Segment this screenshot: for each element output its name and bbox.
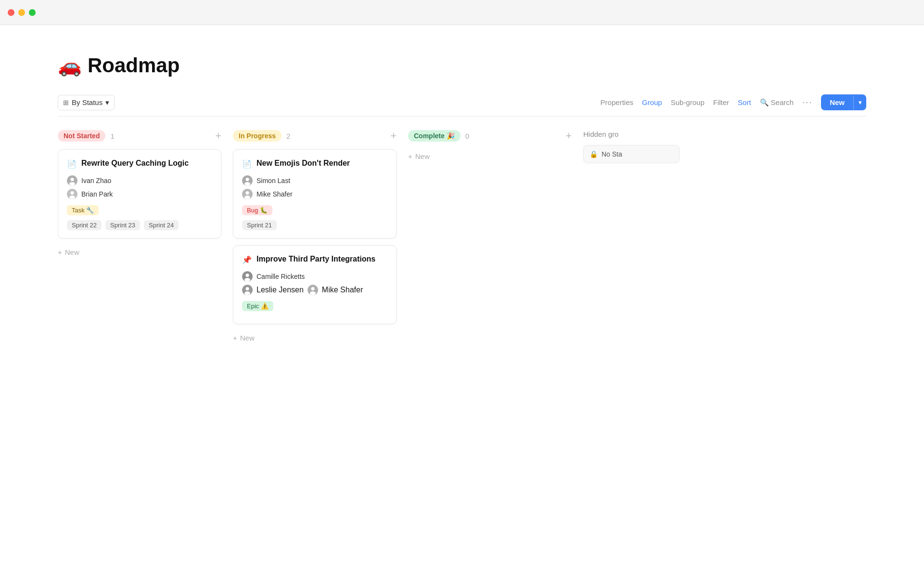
column-in-progress: In Progress 2 + 📄 New Emojis Don't Rende… [233, 130, 397, 345]
more-options-button[interactable]: ··· [802, 97, 812, 107]
card-title-1: Rewrite Query Caching Logic [81, 158, 189, 169]
card-title-3: Improve Third Party Integrations [257, 254, 375, 264]
page-title-row: 🚗 Roadmap [58, 54, 866, 77]
card-rewrite-query[interactable]: 📄 Rewrite Query Caching Logic Ivan Zhao [58, 149, 221, 238]
svg-point-16 [246, 287, 249, 290]
add-new-not-started[interactable]: + New [58, 245, 79, 259]
assignee-ivan: Ivan Zhao [67, 175, 212, 186]
title-bar [0, 0, 924, 25]
avatar-leslie [242, 285, 253, 295]
card-sprints-2: Sprint 21 [242, 220, 387, 230]
card-title-row-1: 📄 Rewrite Query Caching Logic [67, 158, 212, 169]
maximize-button[interactable] [29, 9, 36, 16]
avatar-mike1 [242, 189, 253, 199]
no-status-card[interactable]: 🔒 No Sta [583, 145, 680, 163]
tag-task-1: Task 🔧 [67, 205, 99, 215]
column-add-not-started[interactable]: + [215, 131, 221, 141]
card-third-party[interactable]: 📌 Improve Third Party Integrations Camil… [233, 245, 397, 324]
no-status-label: No Sta [602, 150, 622, 158]
properties-button[interactable]: Properties [601, 98, 633, 106]
svg-point-5 [69, 196, 75, 199]
page-title-emoji: 🚗 [58, 54, 82, 77]
search-area[interactable]: 🔍 Search [760, 98, 794, 107]
subgroup-button[interactable]: Sub-group [671, 98, 705, 106]
search-label: Search [771, 98, 794, 106]
svg-point-4 [71, 191, 74, 195]
column-header-not-started: Not Started 1 + [58, 130, 221, 142]
add-new-in-progress[interactable]: + New [233, 331, 255, 345]
card-title-row-2: 📄 New Emojis Don't Render [242, 158, 387, 169]
column-add-in-progress[interactable]: + [390, 131, 397, 141]
card-new-emojis[interactable]: 📄 New Emojis Don't Render Simon Last [233, 149, 397, 238]
assignee-simon: Simon Last [242, 175, 387, 186]
sprint-22: Sprint 22 [67, 220, 102, 230]
svg-point-8 [244, 182, 250, 186]
column-not-started: Not Started 1 + 📄 Rewrite Query Caching … [58, 130, 221, 259]
svg-point-10 [246, 191, 249, 195]
add-label-complete: New [415, 152, 430, 160]
card-assignees-2: Simon Last Mike Shafer [242, 175, 387, 199]
minimize-button[interactable] [18, 9, 25, 16]
assignee-brian: Brian Park [67, 189, 212, 199]
column-add-complete[interactable]: + [565, 131, 572, 141]
add-icon-not-started: + [58, 248, 62, 256]
tag-epic-3: Epic ⚠️ [242, 301, 273, 311]
status-badge-in-progress: In Progress [233, 130, 282, 142]
assignee-name-brian: Brian Park [81, 190, 113, 198]
add-label-in-progress: New [240, 334, 255, 342]
assignee-name-simon: Simon Last [257, 177, 290, 184]
new-button-label: New [821, 94, 853, 110]
column-count-complete: 0 [465, 132, 469, 140]
svg-point-7 [246, 178, 249, 181]
assignee-name-ivan: Ivan Zhao [81, 177, 111, 184]
hidden-group-header: Hidden gro [583, 130, 680, 138]
group-by-icon: ⊞ [63, 99, 69, 106]
svg-point-1 [71, 178, 74, 181]
column-count-not-started: 1 [110, 132, 114, 140]
card-title-2: New Emojis Don't Render [257, 158, 350, 169]
assignee-name-mike1: Mike Shafer [257, 190, 293, 198]
add-label-not-started: New [65, 248, 79, 256]
close-button[interactable] [8, 9, 14, 16]
column-header-complete: Complete 🎉 0 + [408, 130, 572, 142]
add-icon-in-progress: + [233, 334, 237, 342]
assignee-name-leslie: Leslie Jensen [257, 286, 304, 294]
tag-bug-2: Bug 🐛 [242, 205, 272, 215]
hidden-group-column: Hidden gro 🔒 No Sta [583, 130, 680, 163]
svg-point-19 [311, 287, 314, 290]
toolbar: ⊞ By Status ▾ Properties Group Sub-group… [58, 94, 866, 117]
filter-button[interactable]: Filter [713, 98, 729, 106]
add-new-complete[interactable]: + New [408, 149, 430, 163]
card-icon-1: 📄 [67, 159, 77, 169]
toolbar-right: Properties Group Sub-group Filter Sort 🔍… [601, 94, 866, 110]
new-button-caret: ▾ [853, 95, 866, 110]
status-badge-complete: Complete 🎉 [408, 130, 461, 142]
sort-button[interactable]: Sort [738, 98, 751, 106]
sprint-21: Sprint 21 [242, 220, 277, 230]
sprint-23: Sprint 23 [105, 220, 140, 230]
lock-icon: 🔒 [590, 150, 598, 158]
group-button[interactable]: Group [642, 98, 662, 106]
group-by-caret: ▾ [105, 98, 109, 107]
board: Not Started 1 + 📄 Rewrite Query Caching … [58, 130, 866, 345]
hidden-group-label: Hidden gro [583, 130, 618, 138]
svg-point-20 [310, 291, 316, 295]
svg-point-17 [244, 291, 250, 295]
group-by-button[interactable]: ⊞ By Status ▾ [58, 95, 115, 110]
assignee-name-camille: Camille Ricketts [257, 273, 305, 280]
search-icon: 🔍 [760, 98, 769, 107]
assignee-camille: Camille Ricketts [242, 271, 387, 282]
avatar-ivan [67, 175, 77, 186]
card-tags-1: Task 🔧 [67, 205, 212, 215]
card-icon-2: 📄 [242, 159, 252, 169]
add-icon-complete: + [408, 152, 412, 160]
svg-point-14 [244, 278, 250, 282]
page-content: 🚗 Roadmap ⊞ By Status ▾ Properties Group… [0, 25, 924, 374]
card-title-row-3: 📌 Improve Third Party Integrations [242, 254, 387, 264]
svg-point-2 [69, 182, 75, 186]
avatar-mike2 [308, 285, 318, 295]
avatar-simon [242, 175, 253, 186]
sprint-24: Sprint 24 [144, 220, 179, 230]
new-button[interactable]: New ▾ [821, 94, 866, 110]
assignee-name-mike2: Mike Shafer [322, 286, 363, 294]
